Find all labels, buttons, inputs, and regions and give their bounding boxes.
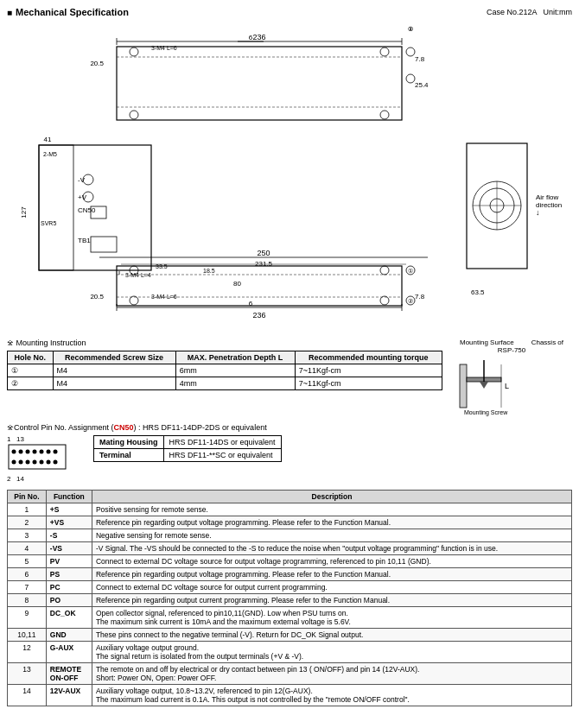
pin-cell: 4: [8, 542, 47, 555]
svg-text:3-M4 L=4: 3-M4 L=4: [125, 272, 151, 278]
svg-point-81: [12, 450, 16, 454]
pin-cell: 2: [8, 516, 47, 529]
pin-cell: G-AUX: [46, 642, 92, 663]
svg-text:Mounting Screw: Mounting Screw: [464, 409, 508, 416]
mounting-surface-diagram: Mounting Surface Chassis of RSP-750 L Mo…: [451, 339, 572, 416]
mounting-cell: M4: [53, 364, 175, 377]
svg-text:63.5: 63.5: [471, 288, 485, 296]
svg-point-58: [380, 266, 389, 275]
table-row: 13REMOTE ON-OFFThe remote on and off by …: [8, 663, 572, 685]
svg-rect-80: [9, 445, 66, 469]
col-pin-no: Pin No.: [8, 491, 47, 503]
svg-text:41: 41: [44, 136, 52, 143]
pin-cell: PC: [46, 581, 92, 594]
col-hole-no: Hole No.: [8, 351, 54, 364]
table-row: 7PCConnect to external DC voltage source…: [8, 581, 572, 594]
control-pin-inner: 1 13 2: [7, 435, 572, 483]
svg-point-94: [54, 460, 58, 465]
page-title: Mechanical Specification: [7, 7, 129, 17]
mounting-table: Hole No. Recommended Screw Size MAX. Pen…: [7, 351, 442, 390]
table-row: 2+VSReference pin regarding output volta…: [8, 516, 572, 529]
svg-point-92: [40, 460, 44, 465]
pin-table: Pin No. Function Description 1+SPositive…: [7, 490, 572, 706]
mounting-instruction: ※ Mounting Instruction Hole No. Recommen…: [7, 339, 442, 416]
pin-cell: Connect to external DC voltage source fo…: [92, 555, 571, 568]
svg-text:3-M4 L=6: 3-M4 L=6: [151, 45, 177, 51]
mounting-cell: 7~11Kgf-cm: [295, 377, 442, 390]
mounting-cell: 7~11Kgf-cm: [295, 364, 442, 377]
svg-text:20.5: 20.5: [90, 293, 104, 301]
pin-cell: 9: [8, 607, 47, 629]
pin-cell: Reference pin regarding output voltage p…: [92, 568, 571, 581]
svg-text:②: ②: [408, 26, 413, 32]
connector-svg: [7, 443, 67, 473]
col-depth: MAX. Penetration Depth L: [175, 351, 295, 364]
pin-cell: Auxiliary voltage output, 10.8~13.2V, re…: [92, 685, 571, 706]
table-row: 8POReference pin regarding output curren…: [8, 594, 572, 607]
pin-cell: 10,11: [8, 629, 47, 642]
table-row: 4-VS-V Signal. The -VS should be connect…: [8, 542, 572, 555]
svg-point-93: [47, 460, 51, 465]
svg-text:80: 80: [233, 280, 241, 288]
mating-table: Mating HousingHRS DF11-14DS or equivalen…: [93, 435, 282, 462]
svg-text:②: ②: [408, 298, 413, 304]
mating-cell: HRS DF11-14DS or equivalent: [163, 436, 281, 449]
diagram-container: 236 6 7.8 25.4 20.5 3-M4 L=6 ① ②: [7, 22, 572, 333]
svg-text:231.5: 231.5: [255, 260, 273, 268]
col-function: Function: [46, 491, 92, 503]
pin-cell: 13: [8, 663, 47, 685]
mechanical-diagram: 236 6 7.8 25.4 20.5 3-M4 L=6 ① ②: [13, 22, 566, 333]
svg-point-17: [406, 47, 415, 56]
col-screw-size: Recommended Screw Size: [53, 351, 175, 364]
mounting-cell: M4: [53, 377, 175, 390]
pin-cell: Positive sensing for remote sense.: [92, 503, 571, 516]
pin-cell: DC_OK: [46, 607, 92, 629]
mounting-section: ※ Mounting Instruction Hole No. Recommen…: [7, 339, 572, 416]
pin-cell: Reference pin regarding output voltage p…: [92, 516, 571, 529]
svg-rect-54: [117, 266, 402, 306]
svg-text:2-M5: 2-M5: [43, 151, 57, 157]
table-row: 9DC_OKOpen collector signal, referenced …: [8, 607, 572, 629]
pin-cell: GND: [46, 629, 92, 642]
pin-cell: Connect to external DC voltage source fo…: [92, 581, 571, 594]
svg-point-82: [19, 450, 23, 454]
pin-cell: Reference pin regarding output current p…: [92, 594, 571, 607]
pin-cell: PV: [46, 555, 92, 568]
svg-marker-76: [480, 382, 488, 389]
table-row: 10,11GNDThese pins connect to the negati…: [8, 629, 572, 642]
pin-top: 1 13: [7, 435, 24, 443]
pin-cell: -VS: [46, 542, 92, 555]
table-row: 1412V-AUXAuxiliary voltage output, 10.8~…: [8, 685, 572, 706]
table-row: 1+SPositive sensing for remote sense.: [8, 503, 572, 516]
pin-cell: REMOTE ON-OFF: [46, 663, 92, 685]
table-row: 6PSReference pin regarding output voltag…: [8, 568, 572, 581]
pin-cell: These pins connect to the negative termi…: [92, 629, 571, 642]
pin-cell: 12V-AUX: [46, 685, 92, 706]
svg-text:SVR5: SVR5: [41, 220, 56, 226]
control-pin-section: ※Control Pin No. Assignment (CN50) : HRS…: [7, 423, 572, 483]
mounting-cell: 4mm: [175, 377, 295, 390]
svg-point-14: [130, 111, 138, 119]
svg-point-19: [406, 74, 415, 83]
pin-cell: PO: [46, 594, 92, 607]
case-no: Case No.212A: [487, 8, 537, 16]
pin-cell: Negative sensing for remote sense.: [92, 529, 571, 542]
svg-text:①: ①: [408, 268, 413, 274]
svg-point-86: [47, 450, 51, 454]
pin-cell: 5: [8, 555, 47, 568]
svg-point-83: [26, 450, 30, 454]
svg-point-87: [54, 450, 58, 454]
col-torque: Recommended mounting torque: [295, 351, 442, 364]
svg-text:Air flow: Air flow: [536, 193, 558, 201]
svg-text:7.8: 7.8: [415, 55, 425, 63]
svg-text:7.8: 7.8: [415, 293, 425, 301]
svg-text:CN50: CN50: [78, 206, 96, 214]
control-pin-title: ※Control Pin No. Assignment (CN50) : HRS…: [7, 423, 572, 432]
svg-text:18.5: 18.5: [203, 268, 215, 274]
mounting-cell: ②: [8, 377, 54, 390]
svg-text:3-M4 L=6: 3-M4 L=6: [151, 294, 177, 300]
header-right: Case No.212A Unit:mm: [487, 8, 572, 16]
svg-rect-24: [39, 145, 73, 270]
pin-cell: 12: [8, 642, 47, 663]
unit: Unit:mm: [544, 8, 573, 16]
